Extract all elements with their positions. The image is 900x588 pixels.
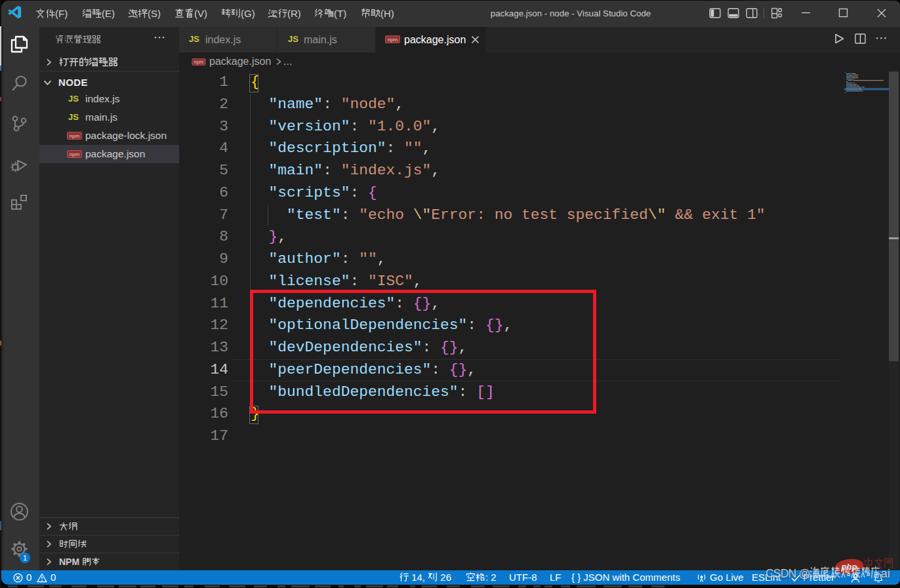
svg-text:npm: npm [194,59,203,65]
svg-text:npm: npm [388,37,398,43]
svg-text:npm: npm [70,133,80,139]
svg-text:npm: npm [70,151,80,157]
